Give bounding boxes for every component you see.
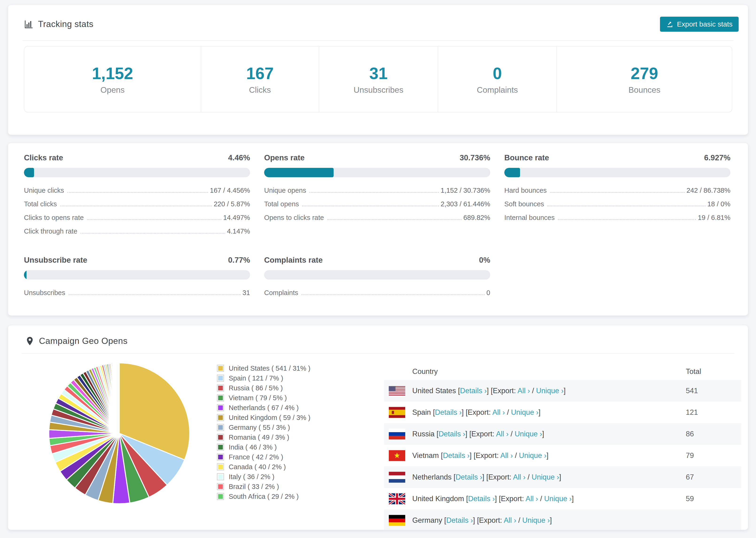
legend-swatch [217,434,224,441]
rate-header: Unsubscribe rate0.77% [24,256,250,265]
export-all-link-gb[interactable]: All › [525,495,538,503]
summary-value: 1,152 [92,64,133,83]
export-all-link-es[interactable]: All › [492,408,505,416]
legend-swatch [217,473,224,480]
legend-label: Netherlands ( 67 / 4% ) [229,404,298,412]
export-basic-stats-button[interactable]: Export basic stats [660,17,739,32]
rate-progress-fill [24,168,34,177]
rate-progress-track [264,168,490,177]
summary-box-bounces: 279Bounces [557,46,732,112]
country-cell: Vietnam [Details ›] [Export: All › / Uni… [412,452,549,460]
campaign-geo-opens-card: Campaign Geo Opens United States ( 541 /… [8,325,748,530]
detail-label: Click through rate [24,228,77,235]
dotted-leader [69,295,241,295]
details-link-de[interactable]: Details › [446,516,473,524]
detail-row: Soft bounces18 / 0% [504,200,730,214]
details-link-ru[interactable]: Details › [439,430,465,438]
detail-row: Total opens2,303 / 61.446% [264,200,490,214]
detail-label: Clicks to opens rate [24,214,84,222]
bar-chart-icon [24,19,34,29]
nl-flag-icon [389,472,405,483]
detail-label: Total opens [264,200,299,208]
export-all-link-us[interactable]: All › [517,387,530,395]
summary-box-unsubscribes: 31Unsubscribes [319,46,438,112]
legend-item-india: India ( 46 / 3% ) [217,442,310,452]
legend-swatch [217,483,224,490]
export-all-link-nl[interactable]: All › [513,473,525,481]
gb-flag-icon [389,493,405,505]
dotted-leader [87,219,221,220]
summary-label: Unsubscribes [353,85,404,95]
table-row-gb: United Kingdom [Details ›] [Export: All … [384,488,741,510]
pie-legend: United States ( 541 / 31% )Spain ( 121 /… [217,363,310,501]
export-unique-link-us[interactable]: Unique › [536,387,564,395]
total-cell: 79 [686,452,694,460]
dotted-leader [81,233,225,234]
export-all-link-ru[interactable]: All › [496,430,509,438]
summary-box-clicks: 167Clicks [201,46,319,112]
detail-label: Soft bounces [504,200,544,208]
legend-label: Brazil ( 33 / 2% ) [229,483,279,491]
detail-row: Clicks to opens rate14.497% [24,214,250,228]
summary-value: 279 [631,64,658,83]
details-link-us[interactable]: Details › [460,387,487,395]
legend-swatch [217,365,224,372]
detail-value: 0 [486,289,490,297]
tracking-stats-card: Tracking stats Export basic stats 1,152O… [8,5,748,135]
legend-swatch [217,394,224,402]
legend-swatch [217,375,224,382]
column-header-country: Country [412,367,438,376]
country-cell: United States [Details ›] [Export: All ›… [412,387,566,395]
rates-card: Clicks rate4.46%Unique clicks167 / 4.456… [8,143,748,316]
rate-value: 30.736% [460,153,490,162]
export-unique-link-vn[interactable]: Unique › [519,452,546,459]
rate-progress-track [24,270,250,280]
rate-value: 6.927% [704,153,730,162]
detail-value: 4.147% [227,228,250,235]
export-unique-link-de[interactable]: Unique › [522,516,550,524]
rate-title: Opens rate [264,153,304,162]
rate-title: Complaints rate [264,256,323,265]
summary-box-complaints: 0Complaints [438,46,557,112]
export-all-link-vn[interactable]: All › [500,452,513,459]
export-unique-link-ru[interactable]: Unique › [514,430,542,438]
detail-label: Total clicks [24,200,57,208]
geo-country-table: Country Total United States [Details ›] … [384,363,741,530]
geo-header: Campaign Geo Opens [8,325,748,346]
rate-header: Bounce rate6.927% [504,153,730,162]
country-cell: Russia [Details ›] [Export: All › / Uniq… [412,430,544,438]
legend-swatch [217,493,224,500]
detail-value: 167 / 4.456% [210,187,250,194]
legend-item-vietnam: Vietnam ( 79 / 5% ) [217,393,310,403]
details-link-nl[interactable]: Details › [456,473,482,481]
details-link-vn[interactable]: Details › [443,452,469,459]
legend-item-germany: Germany ( 55 / 3% ) [217,422,310,432]
dotted-leader [60,206,212,206]
details-link-gb[interactable]: Details › [468,495,495,503]
export-unique-link-es[interactable]: Unique › [511,408,538,416]
de-flag-icon [389,515,405,526]
geo-title: Campaign Geo Opens [39,336,128,346]
table-header-row: Country Total [384,363,741,380]
rate-value: 0.77% [228,256,250,265]
legend-label: India ( 46 / 3% ) [229,443,277,451]
rate-progress-track [504,168,730,177]
table-row-nl: Netherlands [Details ›] [Export: All › /… [384,466,741,488]
country-cell: United Kingdom [Details ›] [Export: All … [412,495,574,503]
export-all-link-de[interactable]: All › [504,516,516,524]
total-cell: 59 [686,495,694,503]
detail-value: 2,303 / 61.446% [441,200,490,208]
legend-item-spain: Spain ( 121 / 7% ) [217,373,310,383]
rate-block-bounce-rate: Bounce rate6.927%Hard bounces242 / 86.73… [504,153,730,241]
summary-stats-row: 1,152Opens167Clicks31Unsubscribes0Compla… [24,46,732,112]
export-unique-link-gb[interactable]: Unique › [544,495,572,503]
details-link-es[interactable]: Details › [435,408,462,416]
rate-title: Clicks rate [24,153,63,162]
detail-row: Hard bounces242 / 86.738% [504,187,730,200]
rate-detail-rows: Unique clicks167 / 4.456%Total clicks220… [24,187,250,241]
export-unique-link-nl[interactable]: Unique › [531,473,559,481]
detail-row: Unsubscribes31 [24,289,250,302]
legend-label: Romania ( 49 / 3% ) [229,434,289,441]
rate-detail-rows: Unsubscribes31 [24,289,250,302]
dotted-leader [550,192,685,193]
